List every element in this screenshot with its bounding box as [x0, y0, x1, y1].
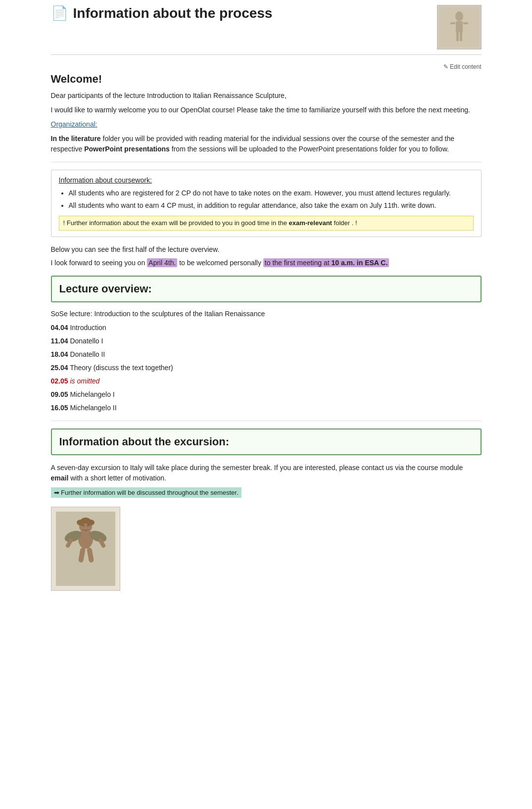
meeting-para1: Below you can see the first half of the … — [51, 244, 482, 255]
excursion-heading: Information about the excursion: — [59, 435, 473, 448]
svg-rect-3 — [450, 22, 455, 24]
lecture-title-0205: is omitted — [70, 377, 99, 385]
coursework-bullet1: All students who are registered for 2 CP… — [69, 188, 474, 198]
lecture-date-0404: 04.04 — [51, 324, 68, 332]
lecture-item-2504: 25.04 Theory (discuss the text together) — [51, 363, 482, 373]
svg-point-1 — [455, 11, 463, 21]
meeting-middle: to be welcomed personally — [177, 259, 263, 267]
divider2 — [51, 421, 482, 421]
coursework-bullet2: All students who want to earn 4 CP must,… — [69, 200, 474, 211]
powerpoint-bold: PowerPoint presentations — [84, 145, 170, 153]
lecture-list-section: SoSe lecture: Introduction to the sculpt… — [51, 310, 482, 413]
location-bold: in ESA C. — [355, 259, 387, 267]
exam-notice-bold: exam-relevant — [289, 219, 332, 227]
header-image — [437, 5, 482, 49]
exam-notice-after: folder . ! — [332, 219, 357, 227]
lecture-item-0905: 09.05 Michelangelo I — [51, 389, 482, 400]
lecture-title-1104: Donatello I — [70, 337, 103, 345]
lecture-date-0205: 02.05 — [51, 377, 68, 385]
date-highlight: April 4th. — [147, 258, 177, 267]
lecture-overview-heading: Lecture overview: — [59, 283, 473, 295]
page-title: Information about the process — [73, 5, 273, 21]
lecture-date-2504: 25.04 — [51, 364, 68, 372]
excursion-before: A seven-day excursion to Italy will take… — [51, 464, 463, 472]
further-info-highlight: ➡ Further information will be discussed … — [51, 487, 242, 498]
lecture-date-1804: 18.04 — [51, 350, 68, 358]
lecture-title-2504: Theory (discuss the text together) — [70, 364, 173, 372]
svg-rect-4 — [463, 22, 468, 24]
org-link[interactable]: Organizational: — [51, 119, 482, 130]
time-bold: 10 a.m. — [331, 259, 354, 267]
exam-notice-before: ! Further information about the exam wil… — [63, 219, 289, 227]
excursion-box: Information about the excursion: — [51, 428, 482, 455]
lecture-title-0905: Michelangelo I — [70, 390, 114, 398]
lecture-overview-box: Lecture overview: — [51, 276, 482, 302]
divider1 — [51, 162, 482, 162]
welcome-para2: I would like to warmly welcome you to ou… — [51, 105, 482, 115]
meeting-before: I look forward to seeing you on — [51, 259, 147, 267]
coursework-section: Information about coursework: All studen… — [51, 170, 482, 237]
lecture-item-1605: 16.05 Michelangelo II — [51, 403, 482, 413]
further-info-text: ➡ Further information will be discussed … — [54, 489, 239, 496]
org-text-after: from the sessions will be uploaded to th… — [172, 145, 449, 153]
lecture-title-1605: Michelangelo II — [70, 404, 116, 412]
coursework-title: Information about coursework: — [59, 176, 474, 184]
excursion-section: A seven-day excursion to Italy will take… — [51, 463, 482, 591]
svg-point-20 — [81, 518, 91, 523]
lecture-item-1804: 18.04 Donatello II — [51, 349, 482, 360]
lecture-item-0404: 04.04 Introduction — [51, 323, 482, 333]
lecture-item-1104: 11.04 Donatello I — [51, 336, 482, 346]
excursion-para1: A seven-day excursion to Italy will take… — [51, 463, 482, 483]
page-title-wrap: 📄 Information about the process — [51, 5, 273, 21]
lecture-date-1104: 11.04 — [51, 337, 68, 345]
excursion-email-bold: email — [51, 474, 69, 482]
statue-image — [51, 507, 120, 591]
lecture-date-0905: 09.05 — [51, 390, 68, 398]
page-header: 📄 Information about the process — [51, 5, 482, 55]
excursion-after: with a short letter of motivation. — [68, 474, 166, 482]
svg-rect-2 — [456, 21, 463, 32]
welcome-section: Welcome! Dear participants of the lectur… — [51, 73, 482, 154]
lecture-title-0404: Introduction — [70, 324, 106, 332]
meeting-section: Below you can see the first half of the … — [51, 244, 482, 268]
lecture-date-1605: 16.05 — [51, 404, 68, 412]
meeting-para2: I look forward to seeing you on April 4t… — [51, 258, 482, 268]
document-icon: 📄 — [51, 5, 68, 21]
exam-highlight: ! Further information about the exam wil… — [59, 216, 474, 231]
welcome-heading: Welcome! — [51, 73, 482, 86]
edit-content-link[interactable]: ✎ Edit content — [443, 63, 482, 70]
edit-content-wrap: ✎ Edit content — [51, 62, 482, 70]
coursework-list: All students who are registered for 2 CP… — [69, 188, 474, 211]
organizational-link[interactable]: Organizational: — [51, 120, 97, 128]
lecture-subtitle: SoSe lecture: Introduction to the sculpt… — [51, 310, 482, 318]
welcome-para1: Dear participants of the lecture Introdu… — [51, 91, 482, 101]
meeting-highlight: to the first meeting at 10 a.m. in ESA C… — [263, 258, 389, 267]
literature-bold: In the literature — [51, 135, 101, 143]
svg-rect-6 — [460, 32, 462, 41]
org-description: In the literature folder you will be pro… — [51, 134, 482, 154]
lecture-item-0205: 02.05 is omitted — [51, 376, 482, 386]
svg-rect-5 — [456, 32, 459, 41]
lecture-title-1804: Donatello II — [70, 350, 105, 358]
